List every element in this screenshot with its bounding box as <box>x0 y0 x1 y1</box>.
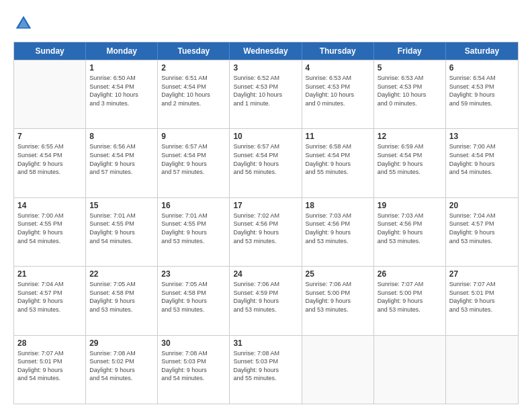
cell-line: Sunset: 4:53 PM <box>233 83 298 91</box>
cell-line: Daylight: 9 hours <box>89 297 154 306</box>
cell-line: Daylight: 9 hours <box>89 366 154 375</box>
cell-line: Sunset: 4:57 PM <box>449 220 515 228</box>
cell-line: Daylight: 9 hours <box>233 228 298 237</box>
cell-line: and 53 minutes. <box>161 306 226 314</box>
calendar-week-row: 21Sunrise: 7:04 AMSunset: 4:57 PMDayligh… <box>14 266 518 334</box>
calendar-cell: 21Sunrise: 7:04 AMSunset: 4:57 PMDayligh… <box>14 267 86 334</box>
cell-line: and 55 minutes. <box>378 168 442 177</box>
cell-line: and 53 minutes. <box>449 237 515 246</box>
cell-line: Daylight: 9 hours <box>161 366 226 375</box>
cell-line: Daylight: 9 hours <box>17 160 82 169</box>
cell-line: Sunrise: 6:57 AM <box>233 142 298 151</box>
cell-line: Sunset: 5:00 PM <box>378 289 442 298</box>
cell-line: Sunrise: 7:00 AM <box>17 212 82 220</box>
day-number: 29 <box>89 338 154 348</box>
cell-line: and 58 minutes. <box>17 168 82 177</box>
calendar-cell: 11Sunrise: 6:58 AMSunset: 4:54 PMDayligh… <box>302 129 374 197</box>
day-number: 6 <box>449 63 515 73</box>
calendar-body: 1Sunrise: 6:50 AMSunset: 4:54 PMDaylight… <box>14 60 518 404</box>
cell-line: and 55 minutes. <box>306 168 370 177</box>
cell-line: Sunrise: 6:51 AM <box>161 74 226 83</box>
page: SundayMondayTuesdayWednesdayThursdayFrid… <box>0 0 532 411</box>
calendar-cell: 30Sunrise: 7:08 AMSunset: 5:03 PMDayligh… <box>158 336 230 404</box>
cell-line: Sunset: 4:56 PM <box>233 220 298 228</box>
cell-line: Daylight: 9 hours <box>306 160 370 169</box>
calendar-cell: 6Sunrise: 6:54 AMSunset: 4:53 PMDaylight… <box>446 60 518 128</box>
calendar-cell <box>374 336 446 404</box>
calendar-cell: 22Sunrise: 7:05 AMSunset: 4:58 PMDayligh… <box>86 267 158 334</box>
cell-line: Daylight: 10 hours <box>378 91 442 99</box>
cell-line: Sunrise: 7:06 AM <box>306 280 370 289</box>
cell-line: Sunrise: 6:52 AM <box>233 74 298 83</box>
calendar-week-row: 7Sunrise: 6:55 AMSunset: 4:54 PMDaylight… <box>14 128 518 197</box>
calendar-cell: 26Sunrise: 7:07 AMSunset: 5:00 PMDayligh… <box>374 267 446 334</box>
cell-line: Sunrise: 7:08 AM <box>161 349 226 358</box>
cell-line: Sunset: 5:01 PM <box>449 289 515 298</box>
day-number: 4 <box>306 63 370 73</box>
cell-line: and 53 minutes. <box>161 237 226 246</box>
calendar-cell: 28Sunrise: 7:07 AMSunset: 5:01 PMDayligh… <box>14 336 86 404</box>
day-number: 8 <box>89 132 154 141</box>
cell-line: and 53 minutes. <box>378 306 442 314</box>
cell-line: Sunset: 4:54 PM <box>378 151 442 160</box>
day-number: 14 <box>17 201 82 210</box>
day-number: 17 <box>233 201 298 210</box>
calendar-cell: 20Sunrise: 7:04 AMSunset: 4:57 PMDayligh… <box>446 198 518 266</box>
cell-line: Sunset: 4:57 PM <box>17 289 82 298</box>
calendar-cell: 7Sunrise: 6:55 AMSunset: 4:54 PMDaylight… <box>14 129 86 197</box>
day-number: 1 <box>89 63 154 73</box>
cell-line: Sunrise: 7:04 AM <box>17 280 82 289</box>
cell-line: Sunrise: 7:08 AM <box>89 349 154 358</box>
day-number: 22 <box>89 269 154 279</box>
cell-line: Sunset: 4:54 PM <box>161 83 226 91</box>
cell-line: Sunrise: 7:05 AM <box>89 280 154 289</box>
weekday-header: Friday <box>374 42 446 60</box>
cell-line: and 57 minutes. <box>161 168 226 177</box>
day-number: 2 <box>161 63 226 73</box>
calendar-cell: 24Sunrise: 7:06 AMSunset: 4:59 PMDayligh… <box>230 267 302 334</box>
day-number: 19 <box>378 201 442 210</box>
cell-line: Sunrise: 7:03 AM <box>306 212 370 220</box>
calendar-cell: 23Sunrise: 7:05 AMSunset: 4:58 PMDayligh… <box>158 267 230 334</box>
cell-line: and 54 minutes. <box>17 374 82 383</box>
cell-line: Sunset: 4:55 PM <box>17 220 82 228</box>
calendar-cell <box>446 336 518 404</box>
cell-line: and 0 minutes. <box>306 99 370 108</box>
cell-line: Daylight: 9 hours <box>161 228 226 237</box>
calendar-header: SundayMondayTuesdayWednesdayThursdayFrid… <box>14 42 518 60</box>
cell-line: and 54 minutes. <box>89 374 154 383</box>
calendar-cell: 5Sunrise: 6:53 AMSunset: 4:53 PMDaylight… <box>374 60 446 128</box>
cell-line: Sunrise: 6:53 AM <box>306 74 370 83</box>
day-number: 25 <box>306 269 370 279</box>
cell-line: and 0 minutes. <box>378 99 442 108</box>
cell-line: Daylight: 9 hours <box>449 297 515 306</box>
cell-line: Daylight: 9 hours <box>449 228 515 237</box>
cell-line: Sunrise: 7:04 AM <box>449 212 515 220</box>
day-number: 9 <box>161 132 226 141</box>
cell-line: Sunset: 5:03 PM <box>233 357 298 366</box>
cell-line: and 54 minutes. <box>17 237 82 246</box>
cell-line: Sunset: 4:55 PM <box>89 220 154 228</box>
calendar-cell: 13Sunrise: 7:00 AMSunset: 4:54 PMDayligh… <box>446 129 518 197</box>
cell-line: and 3 minutes. <box>89 99 154 108</box>
cell-line: and 53 minutes. <box>233 237 298 246</box>
calendar-cell: 27Sunrise: 7:07 AMSunset: 5:01 PMDayligh… <box>446 267 518 334</box>
cell-line: Sunset: 4:59 PM <box>233 289 298 298</box>
cell-line: Sunset: 4:58 PM <box>161 289 226 298</box>
cell-line: Sunset: 4:54 PM <box>161 151 226 160</box>
cell-line: Sunrise: 6:59 AM <box>378 142 442 151</box>
cell-line: Daylight: 9 hours <box>161 297 226 306</box>
weekday-header: Sunday <box>14 42 86 60</box>
day-number: 21 <box>17 269 82 279</box>
cell-line: Sunset: 4:54 PM <box>306 151 370 160</box>
cell-line: Sunrise: 7:00 AM <box>449 142 515 151</box>
cell-line: Sunset: 4:53 PM <box>306 83 370 91</box>
cell-line: Daylight: 9 hours <box>449 91 515 99</box>
calendar-cell: 3Sunrise: 6:52 AMSunset: 4:53 PMDaylight… <box>230 60 302 128</box>
day-number: 11 <box>306 132 370 141</box>
cell-line: Sunrise: 6:57 AM <box>161 142 226 151</box>
logo-icon <box>13 13 34 34</box>
cell-line: and 53 minutes. <box>449 306 515 314</box>
cell-line: Daylight: 9 hours <box>233 366 298 375</box>
cell-line: Sunrise: 7:06 AM <box>233 280 298 289</box>
